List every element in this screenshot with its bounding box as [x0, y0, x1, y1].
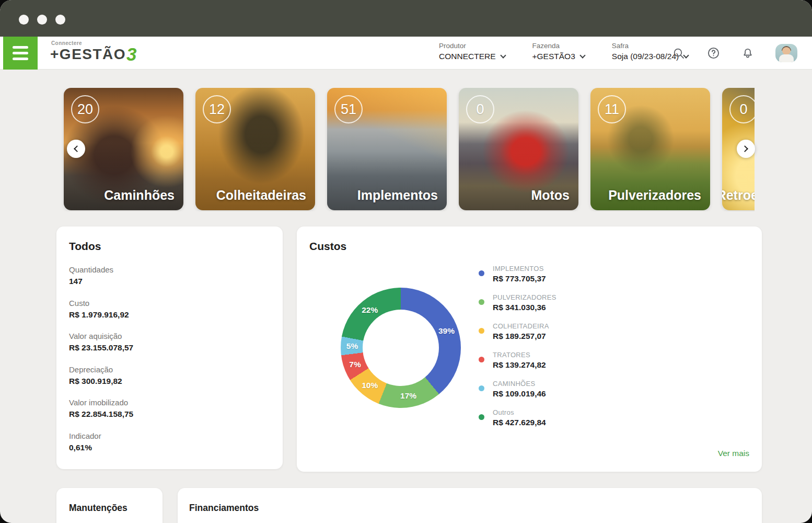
logo-company-text: Connectere	[51, 41, 137, 46]
stat-label: Depreciação	[69, 364, 270, 375]
legend-color-dot	[479, 385, 484, 391]
stat-value: 0,61%	[69, 442, 270, 453]
window-control-dot[interactable]	[55, 15, 65, 25]
produtor-selector[interactable]: Produtor CONNECTERE	[439, 42, 505, 61]
fazenda-selector[interactable]: Fazenda +GESTÃO3	[532, 42, 585, 61]
window-controls	[19, 15, 65, 25]
manutencoes-panel: Manutenções	[56, 488, 163, 523]
slice-percent-label: 7%	[349, 360, 361, 369]
slice-percent-label: 39%	[438, 326, 455, 336]
help-icon	[707, 47, 720, 60]
slice-percent-label: 10%	[362, 381, 378, 390]
summary-stats-list: Quantidades 147 Custo R$ 1.979.916,92 Va…	[69, 264, 270, 453]
notifications-button[interactable]	[741, 47, 755, 60]
chevron-right-icon	[741, 145, 748, 152]
carousel-prev-button[interactable]	[67, 140, 85, 158]
app-header: Connectere +GESTÃO 3 Produtor CONNECTERE…	[0, 37, 812, 70]
slice-percent-label: 22%	[362, 305, 378, 315]
logo-product-text: +GESTÃO	[50, 47, 126, 62]
legend-value: R$ 773.705,37	[493, 274, 556, 284]
legend-label: COLHEITADEIRA	[493, 322, 556, 331]
hamburger-menu-button[interactable]	[3, 37, 38, 70]
stat-value: R$ 300.919,82	[69, 376, 270, 387]
card-count-badge: 0	[466, 95, 494, 123]
legend-item[interactable]: PULVERIZADORES R$ 341.030,36	[479, 293, 556, 322]
legend-item[interactable]: CAMINHÕES R$ 109.019,46	[479, 379, 556, 408]
financiamentos-title: Financiamentos	[189, 503, 750, 514]
vehicle-category-card[interactable]: 12 Colheitadeiras	[195, 88, 315, 210]
bell-icon	[741, 47, 754, 60]
stat-value: 147	[69, 276, 270, 287]
chevron-down-icon	[579, 52, 585, 58]
card-title: Retroescavadeiras	[722, 188, 755, 203]
vehicle-category-card[interactable]: 11 Pulverizadores	[590, 88, 710, 210]
legend-value: R$ 427.629,84	[493, 417, 556, 428]
avatar-face	[782, 47, 791, 55]
card-count-badge: 11	[598, 95, 626, 123]
legend-color-dot	[479, 299, 484, 305]
legend-color-dot	[479, 270, 484, 276]
summary-stat: Valor aquisição R$ 23.155.078,57	[69, 331, 270, 354]
summary-stat: Custo R$ 1.979.916,92	[69, 298, 270, 321]
summary-stat: Depreciação R$ 300.919,82	[69, 364, 270, 387]
search-icon	[672, 47, 685, 60]
vehicle-category-card[interactable]: 51 Implementos	[327, 88, 447, 210]
hamburger-icon	[13, 52, 28, 54]
donut-hole	[363, 310, 439, 386]
summary-panel-title: Todos	[69, 240, 270, 253]
carousel-track: 20 Caminhões 12 Colheitadeiras 51 Implem…	[64, 88, 755, 210]
hamburger-icon	[13, 46, 28, 49]
app-logo[interactable]: Connectere +GESTÃO 3	[50, 41, 137, 62]
avatar-shirt	[779, 54, 794, 62]
stat-label: Quantidades	[69, 264, 270, 275]
stat-label: Indicador	[69, 430, 270, 441]
selector-value: +GESTÃO3	[532, 52, 575, 61]
legend-item[interactable]: COLHEITADEIRA R$ 189.257,07	[479, 322, 556, 350]
window-control-dot[interactable]	[37, 15, 47, 25]
selector-label: Fazenda	[532, 42, 585, 50]
stat-label: Valor imobilizado	[69, 397, 270, 408]
card-title: Motos	[531, 188, 570, 203]
context-selectors: Produtor CONNECTERE Fazenda +GESTÃO3 Saf…	[439, 42, 688, 61]
help-button[interactable]	[706, 47, 720, 60]
summary-panel: Todos Quantidades 147 Custo R$ 1.979.916…	[56, 226, 283, 469]
costs-donut-chart: 39%17%10%7%5%22%	[341, 288, 461, 408]
legend-item[interactable]: IMPLEMENTOS R$ 773.705,37	[479, 264, 556, 293]
legend-label: CAMINHÕES	[493, 379, 556, 389]
search-button[interactable]	[672, 47, 686, 60]
slice-percent-label: 17%	[400, 391, 416, 401]
summary-stat: Indicador 0,61%	[69, 430, 270, 453]
chart-legend: IMPLEMENTOS R$ 773.705,37 PULVERIZADORES…	[479, 264, 556, 437]
legend-color-dot	[479, 357, 484, 362]
chevron-left-icon	[74, 145, 80, 152]
card-count-badge: 51	[334, 95, 363, 123]
legend-value: R$ 341.030,36	[493, 302, 556, 313]
summary-stat: Valor imobilizado R$ 22.854.158,75	[69, 397, 270, 420]
carousel-next-button[interactable]	[737, 140, 755, 158]
summary-stat: Quantidades 147	[69, 264, 270, 287]
stat-value: R$ 22.854.158,75	[69, 408, 270, 420]
vehicle-carousel: 20 Caminhões 12 Colheitadeiras 51 Implem…	[0, 88, 755, 211]
costs-panel: Custos 39%17%10%7%5%22% IMPLEMENTOS R$ 7…	[297, 226, 762, 472]
window-control-dot[interactable]	[19, 15, 29, 25]
selector-value: CONNECTERE	[439, 52, 496, 61]
legend-value: R$ 139.274,82	[493, 360, 556, 370]
legend-item[interactable]: Outros R$ 427.629,84	[479, 408, 556, 437]
card-title: Colheitadeiras	[216, 188, 306, 203]
legend-value: R$ 189.257,07	[493, 331, 556, 342]
selector-label: Produtor	[439, 42, 505, 50]
vehicle-category-card[interactable]: 0 Motos	[459, 88, 578, 210]
user-avatar[interactable]	[775, 44, 797, 62]
slice-percent-label: 5%	[346, 342, 358, 351]
legend-label: PULVERIZADORES	[493, 293, 556, 302]
card-title: Caminhões	[104, 188, 175, 203]
costs-panel-title: Custos	[309, 240, 749, 253]
card-count-badge: 0	[729, 95, 755, 123]
stat-label: Custo	[69, 298, 270, 309]
stat-label: Valor aquisição	[69, 331, 270, 342]
ver-mais-link[interactable]: Ver mais	[718, 449, 749, 458]
card-count-badge: 12	[203, 95, 231, 123]
legend-label: IMPLEMENTOS	[493, 264, 556, 274]
legend-item[interactable]: TRATORES R$ 139.274,82	[479, 350, 556, 379]
manutencoes-title: Manutenções	[69, 503, 150, 514]
